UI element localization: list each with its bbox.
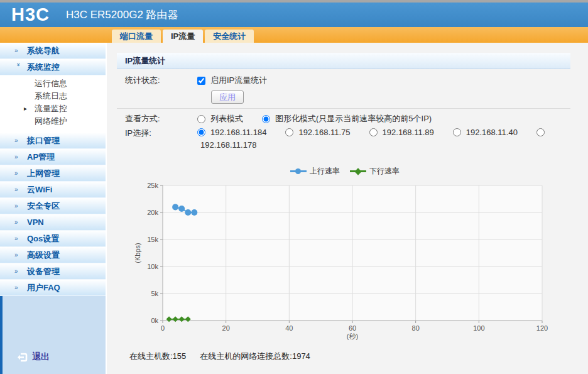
logout-icon xyxy=(16,352,28,363)
logout-button[interactable]: 退出 xyxy=(16,351,50,363)
online-hosts-text: 在线主机数:155 xyxy=(129,351,186,362)
sidebar: » 系统导航 » 系统监控 运行信息 系统日志 ▸ 流量监控 网络维护 xyxy=(0,43,107,374)
tab-security-stats[interactable]: 安全统计 xyxy=(205,30,254,43)
list-mode-radio[interactable] xyxy=(197,115,205,123)
ip-label-40: 192.168.11.40 xyxy=(466,128,518,137)
svg-text:20k: 20k xyxy=(147,209,158,216)
sidebar-item-user-faq[interactable]: » 用户FAQ xyxy=(0,280,106,296)
ip-label-75: 192.168.11.75 xyxy=(298,128,350,137)
sidebar-item-system-log[interactable]: 系统日志 xyxy=(0,90,106,102)
list-mode-label: 列表模式 xyxy=(210,113,243,124)
ip-radio-40[interactable] xyxy=(453,128,461,136)
chevron-right-icon: » xyxy=(14,268,23,275)
ip-label-184: 192.168.11.184 xyxy=(210,128,266,137)
h3c-logo: H3C xyxy=(11,4,50,25)
tab-bar: 端口流量 IP流量 安全统计 xyxy=(0,27,588,43)
stats-status-label: 统计状态: xyxy=(117,75,197,86)
system-monitor-submenu: 运行信息 系统日志 ▸ 流量监控 网络维护 xyxy=(0,75,106,133)
legend-uplink: 上行速率 xyxy=(290,166,340,177)
chevron-right-icon: » xyxy=(14,47,23,54)
chevron-down-icon: » xyxy=(15,63,22,71)
sidebar-item-vpn[interactable]: » VPN xyxy=(0,214,106,231)
chevron-right-icon: » xyxy=(14,153,23,160)
graph-mode-label: 图形化模式(只显示当前速率较高的前5个IP) xyxy=(275,113,432,124)
ip-label-89: 192.168.11.89 xyxy=(383,128,434,137)
main-content: IP流量统计 统计状态: 启用IP流量统计 应用 xyxy=(107,43,588,374)
sidebar-lower-area: 退出 xyxy=(0,296,106,374)
ip-radio-184[interactable] xyxy=(197,128,205,136)
chevron-right-icon: » xyxy=(14,219,23,226)
svg-text:60: 60 xyxy=(349,324,356,332)
chevron-right-icon: » xyxy=(14,284,23,291)
svg-text:0: 0 xyxy=(161,324,165,332)
current-item-arrow-icon: ▸ xyxy=(24,102,27,115)
view-mode-label: 查看方式: xyxy=(117,113,197,124)
sidebar-item-system-monitor[interactable]: » 系统监控 xyxy=(0,59,106,75)
sidebar-item-internet-mgmt[interactable]: » 上网管理 xyxy=(0,165,106,182)
header-bar: H3C H3C ER5200G2 路由器 xyxy=(0,3,588,27)
svg-text:120: 120 xyxy=(536,324,548,332)
total-connections-text: 在线主机的网络连接总数:1974 xyxy=(200,351,310,362)
sidebar-item-device-mgmt[interactable]: » 设备管理 xyxy=(0,263,106,280)
chevron-right-icon: » xyxy=(14,202,23,209)
sidebar-item-interface-mgmt[interactable]: » 接口管理 xyxy=(0,133,106,149)
graph-mode-radio[interactable] xyxy=(262,115,270,123)
svg-text:10k: 10k xyxy=(147,263,158,270)
svg-text:100: 100 xyxy=(473,324,484,332)
page-title: H3C ER5200G2 路由器 xyxy=(66,8,178,22)
downlink-marker-icon xyxy=(350,168,366,175)
panel-title: IP流量统计 xyxy=(117,53,570,69)
sidebar-item-system-nav[interactable]: » 系统导航 xyxy=(0,43,106,59)
chart-legend: 上行速率 下行速率 xyxy=(133,166,557,177)
status-footer: 在线主机数:155 在线主机的网络连接总数:1974 xyxy=(129,351,570,362)
chevron-right-icon: » xyxy=(14,137,23,144)
legend-downlink: 下行速率 xyxy=(350,166,400,177)
enable-ip-stats-checkbox[interactable] xyxy=(197,77,205,85)
ip-select-label: IP选择: xyxy=(117,128,197,139)
svg-text:80: 80 xyxy=(412,324,420,332)
chevron-right-icon: » xyxy=(14,170,23,177)
sidebar-item-security-zone[interactable]: » 安全专区 xyxy=(0,198,106,214)
uplink-marker-icon xyxy=(290,168,307,175)
ip-traffic-panel: IP流量统计 统计状态: 启用IP流量统计 应用 xyxy=(117,53,570,362)
svg-text:(秒): (秒) xyxy=(347,333,358,340)
ip-radio-89[interactable] xyxy=(369,128,378,136)
router-admin-window: H3C H3C ER5200G2 路由器 端口流量 IP流量 安全统计 » 系统… xyxy=(0,0,588,374)
sidebar-item-advanced-settings[interactable]: » 高级设置 xyxy=(0,247,106,263)
sidebar-item-network-maintain[interactable]: 网络维护 xyxy=(0,115,106,128)
sidebar-item-traffic-monitor[interactable]: ▸ 流量监控 xyxy=(0,102,106,115)
sidebar-item-ap-mgmt[interactable]: » AP管理 xyxy=(0,149,106,165)
view-mode-row: 查看方式: 列表模式 图形化模式(只显示当前速率较高的前5个IP) xyxy=(117,109,570,126)
svg-text:40: 40 xyxy=(285,324,293,332)
traffic-chart: 0204060801001200k5k10k15k20k25k(秒)(Kbps) xyxy=(133,178,570,342)
ip-label-178: 192.168.11.178 xyxy=(200,140,256,150)
stats-status-row: 统计状态: 启用IP流量统计 应用 xyxy=(117,69,570,109)
svg-text:25k: 25k xyxy=(147,182,158,189)
sidebar-item-qos-settings[interactable]: » Qos设置 xyxy=(0,231,106,247)
chevron-right-icon: » xyxy=(14,235,23,242)
sidebar-item-run-info[interactable]: 运行信息 xyxy=(0,77,106,90)
sidebar-item-cloud-wifi[interactable]: » 云WiFi xyxy=(0,182,106,198)
svg-text:20: 20 xyxy=(222,324,230,332)
tab-port-traffic[interactable]: 端口流量 xyxy=(112,30,161,43)
ip-radio-178[interactable] xyxy=(536,128,545,136)
traffic-chart-svg: 0204060801001200k5k10k15k20k25k(秒)(Kbps) xyxy=(133,178,557,340)
enable-ip-stats-label: 启用IP流量统计 xyxy=(210,75,267,86)
svg-text:0k: 0k xyxy=(151,317,158,324)
chevron-right-icon: » xyxy=(14,251,23,258)
apply-button[interactable]: 应用 xyxy=(211,91,244,104)
ip-select-row: IP选择: 192.168.11.184 192.168.11.75 192.1… xyxy=(117,126,570,153)
svg-text:5k: 5k xyxy=(151,290,158,297)
svg-text:(Kbps): (Kbps) xyxy=(134,243,141,263)
tab-ip-traffic[interactable]: IP流量 xyxy=(163,30,203,43)
chevron-right-icon: » xyxy=(14,186,23,193)
ip-radio-75[interactable] xyxy=(285,128,293,136)
svg-text:15k: 15k xyxy=(147,236,158,243)
